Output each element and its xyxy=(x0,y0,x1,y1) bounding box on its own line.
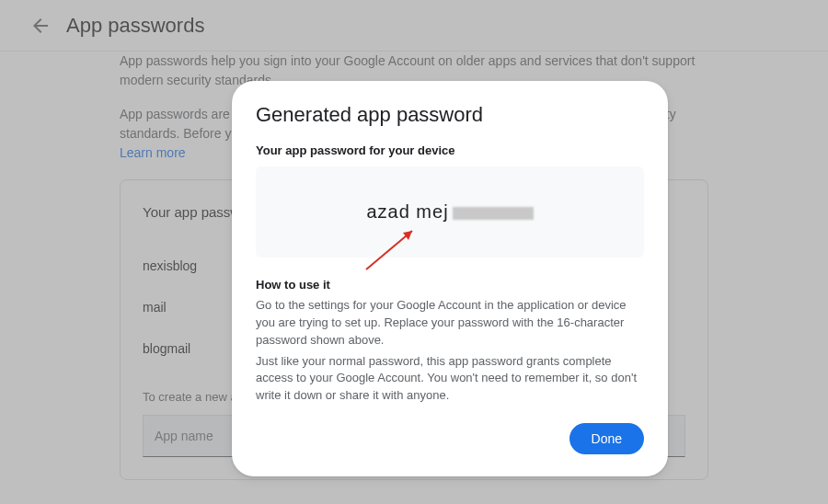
modal-actions: Done xyxy=(256,423,644,454)
arrow-icon xyxy=(357,223,431,279)
annotation-arrow xyxy=(357,223,431,283)
how-to-text-2: Just like your normal password, this app… xyxy=(256,353,644,406)
password-obscured xyxy=(453,207,534,220)
svg-marker-1 xyxy=(403,231,412,240)
generated-password-modal: Generated app password Your app password… xyxy=(232,81,668,476)
how-to-title: How to use it xyxy=(256,278,644,292)
how-to-text-1: Go to the settings for your Google Accou… xyxy=(256,297,644,349)
password-display: azad mej xyxy=(256,166,644,258)
password-text: azad mej xyxy=(366,201,448,222)
modal-subtitle: Your app password for your device xyxy=(256,143,644,157)
done-button[interactable]: Done xyxy=(569,423,644,454)
modal-title: Generated app password xyxy=(256,103,644,127)
svg-line-0 xyxy=(366,231,412,269)
